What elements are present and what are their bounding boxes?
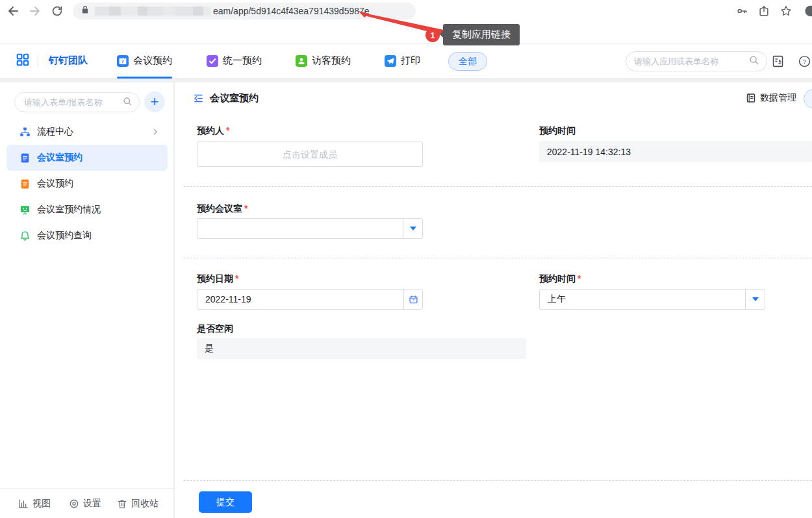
is-free-readonly-field: 是: [197, 338, 526, 359]
dropdown-button[interactable]: [403, 219, 422, 238]
app-search-input[interactable]: [634, 56, 748, 66]
main-header: 会议室预约 数据管理: [175, 82, 812, 114]
field-label-created-time: 预约时间: [539, 125, 576, 137]
member-picker-input[interactable]: [197, 142, 422, 166]
app-nav-bar: 钉钉团队 7 会议预约 统一预约 访客预约 打印 全部 ?: [0, 43, 812, 79]
form-icon: [19, 179, 31, 190]
gear-icon: [69, 499, 79, 509]
back-icon[interactable]: [5, 3, 21, 19]
app-root: eam/app/5d914c4f43ea791439d5987e 1 复制应用链…: [0, 0, 812, 518]
created-time-readonly-field: 2022-11-19 14:32:13: [539, 141, 812, 162]
url-text: eam/app/5d914c4f43ea791439d5987e: [213, 6, 370, 16]
recycle-bin-button[interactable]: 回收站: [117, 498, 159, 510]
tab-meeting-reserve[interactable]: 7 会议预约: [117, 43, 172, 78]
flow-center-icon: [19, 127, 31, 138]
url-redacted-blur: [95, 6, 210, 16]
padlock-icon: [81, 5, 90, 18]
bell-icon: [19, 230, 31, 241]
sidebar-footer: 视图 设置 回收站: [0, 488, 173, 518]
edge-avatar-button[interactable]: [804, 89, 812, 108]
tab-unified-reserve[interactable]: 统一预约: [207, 43, 262, 78]
collapse-sidebar-icon[interactable]: [193, 93, 204, 104]
search-icon: [122, 96, 133, 109]
meeting-room-select[interactable]: [197, 218, 423, 239]
app-search-box[interactable]: [626, 51, 767, 71]
sidebar-item-flow-center[interactable]: 流程中心: [6, 119, 168, 145]
all-filter-pill[interactable]: 全部: [448, 52, 487, 71]
chevron-down-icon: [410, 227, 416, 230]
dropdown-button[interactable]: [745, 290, 765, 309]
form-directory-icon[interactable]: [770, 54, 785, 69]
data-manage-icon: [746, 93, 756, 103]
trash-icon: [117, 499, 127, 509]
submit-button[interactable]: 提交: [199, 491, 252, 513]
field-label-meeting-room: 预约会议室*: [197, 203, 247, 215]
bar-chart-icon: [18, 499, 29, 509]
date-input[interactable]: [197, 290, 403, 309]
svg-text:7: 7: [121, 59, 124, 64]
time-slot-select[interactable]: 上午: [539, 289, 765, 310]
browser-toolbar: eam/app/5d914c4f43ea791439d5987e: [0, 0, 812, 22]
profile-icon[interactable]: [800, 3, 812, 19]
send-app-icon: [385, 55, 396, 67]
board-icon: [19, 204, 31, 216]
field-label-is-free: 是否空闲: [197, 323, 233, 335]
svg-text:7: 7: [412, 299, 414, 302]
sidebar-item-reserve-query[interactable]: 会议预约查询: [6, 223, 168, 249]
section-divider: [184, 258, 812, 258]
search-icon: [748, 55, 759, 68]
key-icon[interactable]: [734, 3, 750, 19]
form-search-input[interactable]: [24, 97, 122, 107]
reload-icon[interactable]: [49, 3, 65, 19]
calendar-icon: 7: [409, 295, 418, 304]
member-picker-field[interactable]: [197, 142, 423, 167]
date-picker-field[interactable]: 7: [197, 289, 423, 310]
sidebar-item-meeting-reserve[interactable]: 会议预约: [6, 171, 168, 197]
add-form-button[interactable]: +: [144, 92, 165, 112]
check-app-icon: [207, 55, 218, 67]
form-icon: [19, 153, 31, 164]
calendar-app-icon: 7: [117, 55, 129, 67]
tab-visitor-reserve[interactable]: 访客预约: [296, 43, 351, 78]
form-search-box[interactable]: [14, 92, 140, 112]
nav-divider: [38, 55, 38, 67]
sidebar-item-meeting-room-reserve[interactable]: 会议室预约: [6, 145, 168, 171]
tab-print[interactable]: 打印: [385, 43, 420, 78]
chevron-right-icon: [151, 127, 160, 136]
field-label-time-slot: 预约时间*: [539, 273, 581, 285]
svg-text:?: ?: [803, 58, 806, 65]
team-name[interactable]: 钉钉团队: [49, 55, 88, 67]
help-icon[interactable]: ?: [797, 54, 812, 69]
share-icon[interactable]: [756, 3, 772, 19]
annotation-tooltip: 复制应用链接: [443, 24, 520, 45]
chevron-down-icon: [752, 297, 759, 301]
forward-icon[interactable]: [27, 3, 43, 19]
settings-button[interactable]: 设置: [69, 498, 101, 510]
section-divider: [184, 186, 812, 187]
main-panel: 会议室预约 数据管理 预约人* 预约时间 2022-11-19 14:32:13…: [175, 82, 812, 518]
footer-divider: [184, 480, 812, 481]
field-label-reserver: 预约人*: [197, 125, 229, 137]
app-grid-icon[interactable]: [16, 53, 30, 69]
calendar-button[interactable]: 7: [403, 290, 422, 309]
page-title: 会议室预约: [210, 92, 259, 105]
visitor-app-icon: [296, 55, 307, 67]
url-bar[interactable]: eam/app/5d914c4f43ea791439d5987e: [73, 3, 416, 19]
data-manage-button[interactable]: 数据管理: [746, 92, 796, 104]
field-label-reserve-date: 预约日期*: [197, 273, 238, 285]
views-button[interactable]: 视图: [18, 498, 51, 510]
sidebar-item-room-status[interactable]: 会议室预约情况: [6, 197, 168, 223]
sidebar: + 流程中心 会议室预约 会议预约 会议室预约情况 会议预约查询 视图: [0, 82, 174, 518]
bookmark-star-icon[interactable]: [778, 3, 794, 19]
annotation-step-badge: 1: [425, 28, 440, 42]
